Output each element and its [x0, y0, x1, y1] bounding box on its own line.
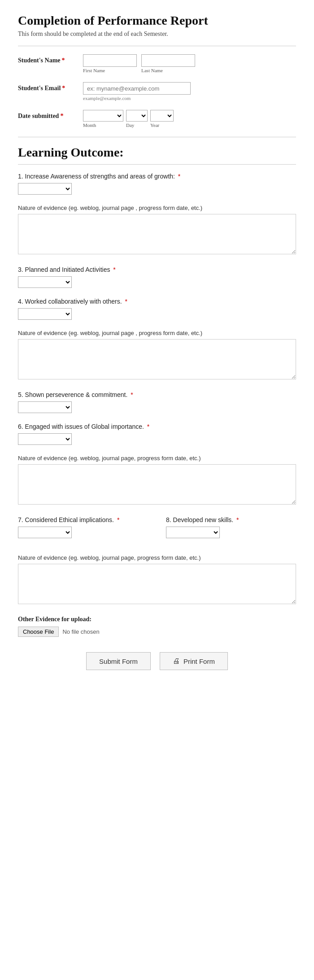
year-select[interactable] — [150, 110, 174, 122]
page-container: Completion of Performance Report This fo… — [0, 0, 314, 688]
day-select-wrap: Day — [126, 110, 148, 128]
question-8-select[interactable]: 1 2 3 4 5 — [166, 527, 220, 538]
print-button-label: Print Form — [183, 658, 215, 665]
divider-after-section — [18, 164, 296, 165]
question-5-select[interactable]: 1 2 3 4 5 — [18, 401, 72, 413]
question-6-evidence-label: Nature of evidence (eg. weblog, journal … — [18, 455, 296, 462]
question-4-evidence-block: Nature of evidence (eg. weblog, journal … — [18, 330, 296, 381]
other-evidence-label: Other Evidence for upload: — [18, 616, 296, 623]
question-6-evidence-textarea[interactable] — [18, 464, 296, 505]
question-6-block: 6. Engaged with issues of Global importa… — [18, 423, 296, 445]
day-label: Day — [126, 122, 134, 128]
question-8-block: 8. Developed new skills. * 1 2 3 4 5 — [166, 516, 296, 538]
no-file-text: No file chosen — [62, 628, 99, 635]
month-select-wrap: January February March April May June Ju… — [83, 110, 123, 128]
question-78-evidence-label: Nature of evidence (eg. weblog, journal … — [18, 554, 296, 561]
question-4-evidence-label: Nature of evidence (eg. weblog, journal … — [18, 330, 296, 336]
question-1-label: 1. Increase Awareness of strengths and a… — [18, 173, 296, 180]
question-7-select[interactable]: 1 2 3 4 5 — [18, 527, 72, 538]
divider-middle — [18, 137, 296, 137]
question-4-block: 4. Worked collaboratively with others. *… — [18, 298, 296, 320]
last-name-sublabel: Last Name — [141, 68, 195, 73]
bottom-buttons-row: Submit Form 🖨 Print Form — [18, 648, 296, 670]
name-inputs-row: First Name Last Name — [83, 54, 195, 73]
file-upload-section: Other Evidence for upload: Choose File N… — [18, 616, 296, 637]
choose-file-button[interactable]: Choose File — [18, 627, 59, 637]
question-78-evidence-textarea[interactable] — [18, 564, 296, 604]
question-4-select[interactable]: 1 2 3 4 5 — [18, 308, 72, 320]
first-name-wrap: First Name — [83, 54, 137, 73]
question-7-label: 7. Considered Ethical implications. * — [18, 516, 148, 523]
email-sublabel: example@example.com — [83, 96, 191, 101]
print-icon: 🖨 — [173, 657, 180, 665]
month-label: Month — [83, 122, 96, 128]
question-78-evidence-block: Nature of evidence (eg. weblog, journal … — [18, 554, 296, 606]
question-6-select[interactable]: 1 2 3 4 5 — [18, 433, 72, 445]
question-4-evidence-textarea[interactable] — [18, 339, 296, 379]
student-name-label: Student's Name* — [18, 54, 83, 64]
question-5-block: 5. Shown perseverence & commitment. * 1 … — [18, 391, 296, 413]
student-email-label: Student's Email* — [18, 82, 83, 92]
page-title: Completion of Performance Report — [18, 13, 296, 28]
date-inputs-container: January February March April May June Ju… — [83, 110, 174, 128]
question-3-label: 3. Planned and Initiated Activities * — [18, 266, 296, 273]
questions-7-8-row: 7. Considered Ethical implications. * 1 … — [18, 516, 296, 548]
month-select[interactable]: January February March April May June Ju… — [83, 110, 123, 122]
question-1-evidence-label: Nature of evidence (eg. weblog, journal … — [18, 205, 296, 211]
question-3-block: 3. Planned and Initiated Activities * 1 … — [18, 266, 296, 288]
page-subtitle: This form should be completed at the end… — [18, 30, 296, 38]
year-label: Year — [150, 122, 159, 128]
email-input[interactable] — [83, 82, 191, 95]
question-7-block: 7. Considered Ethical implications. * 1 … — [18, 516, 148, 538]
question-1-evidence-block: Nature of evidence (eg. weblog, journal … — [18, 205, 296, 256]
email-inputs-container: example@example.com — [83, 82, 191, 101]
question-1-block: 1. Increase Awareness of strengths and a… — [18, 173, 296, 195]
last-name-input[interactable] — [141, 54, 195, 67]
divider-top — [18, 46, 296, 46]
day-select[interactable] — [126, 110, 148, 122]
student-email-field: Student's Email* example@example.com — [18, 82, 296, 101]
submit-button[interactable]: Submit Form — [86, 652, 151, 670]
student-name-field: Student's Name* First Name Last Name — [18, 54, 296, 73]
print-button[interactable]: 🖨 Print Form — [160, 652, 228, 670]
question-3-select[interactable]: 1 2 3 4 5 — [18, 276, 72, 288]
name-inputs-container: First Name Last Name — [83, 54, 195, 73]
last-name-wrap: Last Name — [141, 54, 195, 73]
first-name-sublabel: First Name — [83, 68, 137, 73]
year-select-wrap: Year — [150, 110, 174, 128]
question-1-evidence-textarea[interactable] — [18, 214, 296, 254]
question-1-select[interactable]: 1 2 3 4 5 — [18, 183, 72, 195]
question-4-label: 4. Worked collaboratively with others. * — [18, 298, 296, 305]
section-learning-outcome-title: Learning Outcome: — [18, 145, 296, 160]
first-name-input[interactable] — [83, 54, 137, 67]
question-8-label: 8. Developed new skills. * — [166, 516, 296, 523]
question-5-label: 5. Shown perseverence & commitment. * — [18, 391, 296, 398]
date-submitted-field: Date submitted* January February March A… — [18, 110, 296, 128]
file-input-row: Choose File No file chosen — [18, 627, 296, 637]
question-6-label: 6. Engaged with issues of Global importa… — [18, 423, 296, 430]
question-6-evidence-block: Nature of evidence (eg. weblog, journal … — [18, 455, 296, 506]
date-submitted-label: Date submitted* — [18, 110, 83, 120]
